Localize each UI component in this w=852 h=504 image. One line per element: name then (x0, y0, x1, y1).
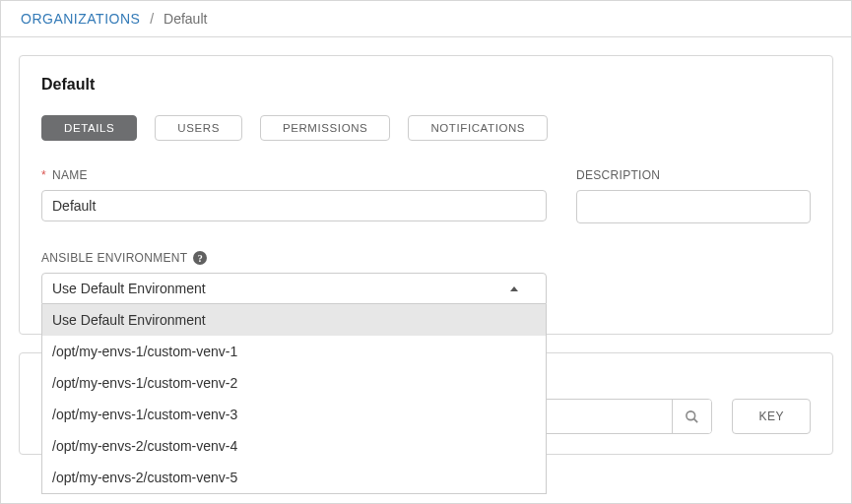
ansible-environment-label: ANSIBLE ENVIRONMENT ? (41, 251, 547, 265)
dropdown-item[interactable]: /opt/my-envs-1/custom-venv-1 (42, 336, 546, 367)
dropdown-item[interactable]: /opt/my-envs-2/custom-venv-4 (42, 430, 546, 462)
dropdown-item[interactable]: Use Default Environment (42, 304, 546, 336)
organization-panel: Default DETAILS USERS PERMISSIONS NOTIFI… (19, 55, 833, 335)
breadcrumb-current: Default (164, 11, 207, 27)
search-button[interactable] (672, 400, 711, 433)
name-input[interactable] (41, 190, 547, 221)
svg-line-1 (694, 418, 698, 422)
key-button[interactable]: KEY (732, 399, 811, 434)
caret-up-icon (510, 286, 518, 291)
tab-notifications[interactable]: NOTIFICATIONS (408, 115, 548, 141)
dropdown-item[interactable]: /opt/my-envs-2/custom-venv-5 (42, 462, 546, 493)
name-label: * NAME (41, 168, 547, 182)
ansible-environment-dropdown: Use Default Environment /opt/my-envs-1/c… (41, 304, 547, 494)
help-icon[interactable]: ? (193, 251, 207, 265)
breadcrumb-organizations-link[interactable]: ORGANIZATIONS (21, 11, 140, 27)
ansible-environment-select[interactable]: Use Default Environment (41, 273, 547, 304)
tab-permissions[interactable]: PERMISSIONS (260, 115, 390, 141)
required-asterisk: * (41, 168, 46, 182)
dropdown-item[interactable]: /opt/my-envs-1/custom-venv-3 (42, 399, 546, 430)
select-value: Use Default Environment (52, 281, 206, 296)
breadcrumb: ORGANIZATIONS / Default (1, 1, 851, 37)
tabs: DETAILS USERS PERMISSIONS NOTIFICATIONS (41, 115, 811, 141)
description-label: DESCRIPTION (576, 168, 811, 182)
breadcrumb-separator: / (150, 11, 154, 27)
tab-users[interactable]: USERS (155, 115, 242, 141)
description-input[interactable] (576, 190, 811, 223)
dropdown-item[interactable]: /opt/my-envs-1/custom-venv-2 (42, 367, 546, 399)
search-icon (685, 410, 699, 424)
panel-title: Default (41, 76, 811, 94)
svg-point-0 (687, 410, 695, 419)
tab-details[interactable]: DETAILS (41, 115, 137, 141)
